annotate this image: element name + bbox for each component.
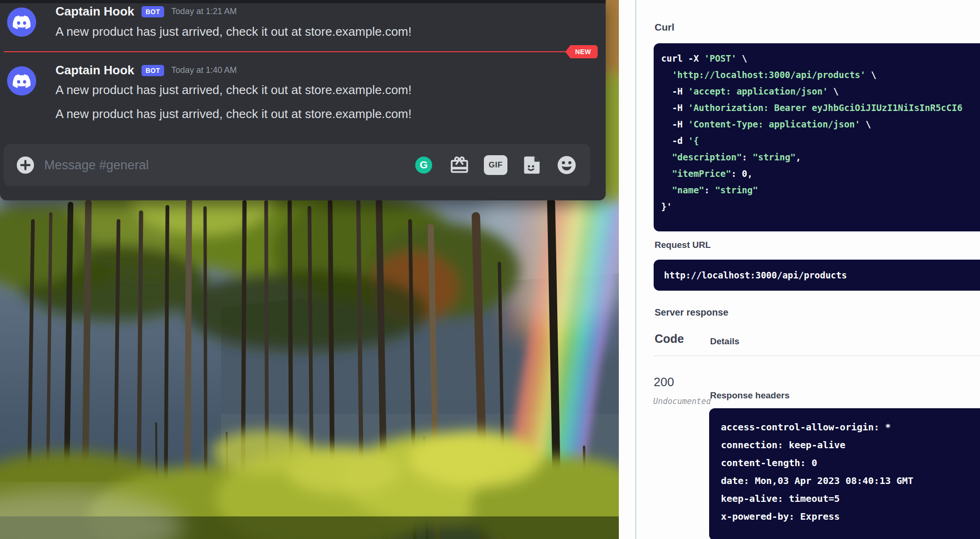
request-url-title: Request URL — [655, 240, 711, 250]
avatar[interactable] — [7, 66, 36, 95]
message-text: A new product has just arrived, check it… — [55, 107, 411, 121]
curl-section-title: Curl — [655, 22, 674, 33]
table-header-rule — [654, 356, 980, 356]
discord-logo-icon — [13, 74, 31, 88]
gif-icon[interactable]: GIF — [484, 155, 507, 175]
message-text: A new product has just arrived, check it… — [55, 24, 411, 39]
response-status-code: 200 — [654, 375, 674, 389]
new-messages-badge[interactable]: NEW — [565, 45, 598, 58]
gift-icon[interactable] — [449, 155, 470, 175]
bot-badge: BOT — [142, 65, 165, 76]
author-name[interactable]: Captain Hook — [55, 63, 134, 78]
code-column-header: Code — [655, 332, 684, 346]
message-header: Captain Hook BOT Today at 1:40 AM — [55, 63, 237, 78]
bot-badge: BOT — [142, 6, 165, 17]
curl-code-block: curl -X 'POST' \ 'http://localhost:3000/… — [654, 43, 980, 231]
discord-logo-icon — [13, 16, 31, 29]
panel-top-edge — [0, 0, 606, 3]
attach-plus-icon[interactable] — [15, 155, 36, 175]
details-column-header: Details — [710, 336, 739, 347]
message-timestamp: Today at 1:21 AM — [171, 7, 237, 16]
response-headers-lines: access-control-allow-origin: *connection… — [721, 418, 980, 525]
screen: Curl curl -X 'POST' \ 'http://localhost:… — [0, 0, 980, 539]
discord-chat-panel: Captain Hook BOT Today at 1:21 AM A new … — [0, 0, 606, 200]
author-name[interactable]: Captain Hook — [55, 4, 134, 19]
undocumented-label: Undocumented — [653, 396, 711, 406]
request-url-value: http://localhost:3000/api/products — [664, 270, 847, 280]
input-toolbar: G GIF — [415, 155, 577, 175]
response-headers-block: access-control-allow-origin: *connection… — [709, 408, 980, 539]
request-url-block: http://localhost:3000/api/products — [654, 260, 980, 291]
curl-code-lines: curl -X 'POST' \ 'http://localhost:3000/… — [661, 50, 980, 215]
server-response-title: Server response — [655, 307, 728, 318]
message-input-bar: G GIF — [4, 144, 590, 186]
response-headers-title: Response headers — [710, 390, 790, 401]
sticker-icon[interactable] — [522, 155, 542, 175]
message-input[interactable] — [43, 158, 415, 173]
message-timestamp: Today at 1:40 AM — [171, 65, 237, 75]
emoji-icon[interactable] — [556, 155, 577, 175]
grammarly-icon[interactable]: G — [415, 157, 432, 174]
avatar[interactable] — [7, 8, 36, 37]
message-text: A new product has just arrived, check it… — [55, 83, 411, 97]
message-header: Captain Hook BOT Today at 1:21 AM — [55, 4, 237, 19]
unread-divider-line — [4, 51, 586, 52]
panel-divider — [635, 0, 636, 539]
